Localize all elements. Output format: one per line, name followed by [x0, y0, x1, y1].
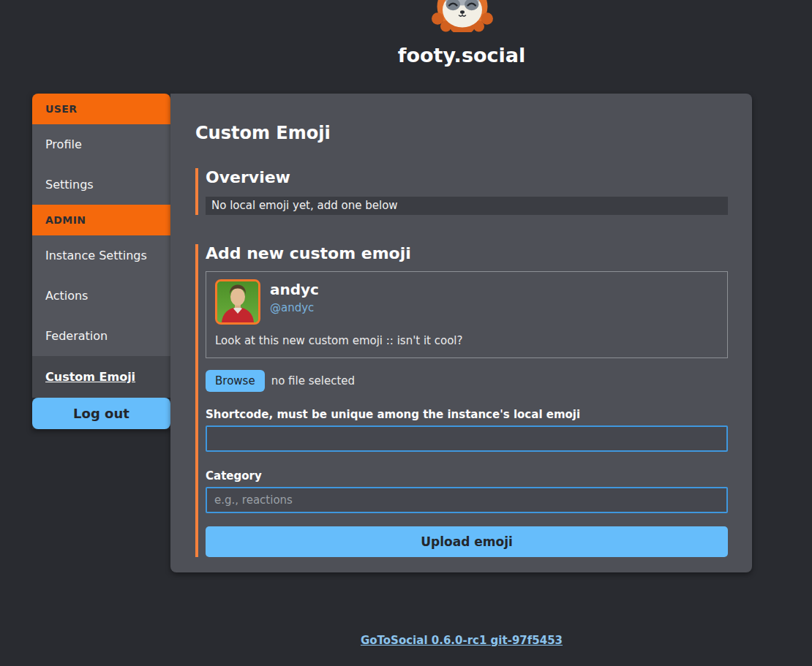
sidebar-item-federation[interactable]: Federation [32, 316, 170, 356]
sidebar-item-custom-emoji[interactable]: Custom Emoji [32, 356, 170, 398]
settings-panel: Custom Emoji Overview No local emoji yet… [170, 94, 752, 572]
upload-emoji-button[interactable]: Upload emoji [206, 526, 728, 557]
instance-logo [429, 0, 495, 32]
sidebar-section-user: USER [32, 94, 170, 124]
sloth-mascot-icon [429, 0, 495, 32]
sidebar-section-admin: ADMIN [32, 205, 170, 235]
category-label: Category [206, 469, 728, 483]
emoji-preview-card: andyc @andyc Look at this new custom emo… [206, 271, 728, 358]
version-link[interactable]: GoToSocial 0.6.0-rc1 git-97f5453 [361, 634, 563, 647]
logout-button[interactable]: Log out [32, 398, 170, 429]
add-emoji-section: Add new custom emoji [195, 244, 728, 557]
footer: GoToSocial 0.6.0-rc1 git-97f5453 [170, 633, 753, 647]
instance-title: footy.social [170, 44, 753, 67]
sidebar-item-actions[interactable]: Actions [32, 276, 170, 316]
avatar [215, 279, 260, 325]
avatar-photo-icon [217, 281, 258, 322]
file-input-row: Browse no file selected [206, 370, 728, 392]
overview-section: Overview No local emoji yet, add one bel… [195, 168, 728, 215]
category-input[interactable] [206, 487, 728, 513]
empty-emoji-message: No local emoji yet, add one below [206, 197, 728, 215]
preview-status-text: Look at this new custom emoji :: isn't i… [215, 334, 718, 347]
preview-names: andyc @andyc [270, 279, 319, 314]
shortcode-label: Shortcode, must be unique among the inst… [206, 408, 728, 421]
browse-button[interactable]: Browse [206, 370, 265, 392]
sidebar-item-instance-settings[interactable]: Instance Settings [32, 235, 170, 276]
overview-heading: Overview [206, 168, 728, 186]
sidebar-item-profile[interactable]: Profile [32, 124, 170, 164]
display-name: andyc [270, 281, 319, 298]
add-emoji-heading: Add new custom emoji [206, 244, 728, 262]
sidebar-item-settings[interactable]: Settings [32, 164, 170, 205]
sidebar: USER Profile Settings ADMIN Instance Set… [32, 94, 170, 429]
preview-card-header: andyc @andyc [215, 279, 718, 325]
shortcode-input[interactable] [206, 425, 728, 452]
page-title: Custom Emoji [195, 123, 728, 143]
file-status-text: no file selected [271, 374, 355, 387]
username: @andyc [270, 301, 319, 314]
